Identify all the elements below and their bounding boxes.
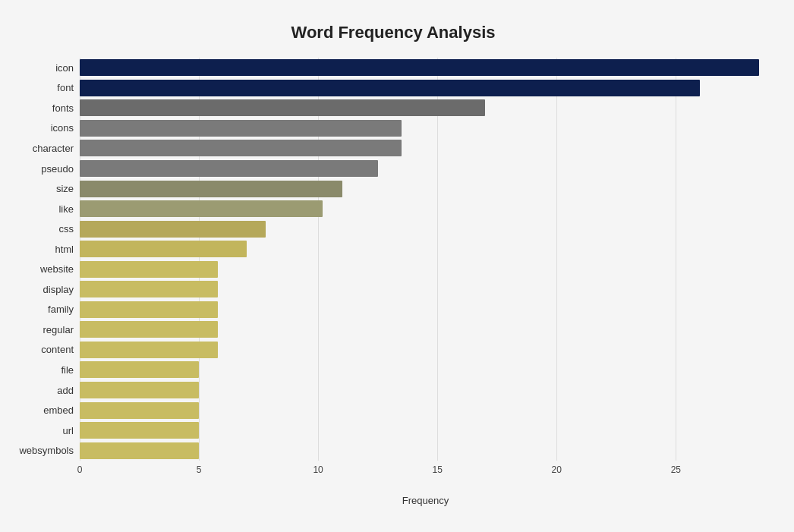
bar-row-size <box>80 180 771 198</box>
bar-file <box>80 361 199 378</box>
x-tick-25: 25 <box>671 464 681 475</box>
gridline-0 <box>80 58 80 461</box>
bar-font <box>80 80 700 96</box>
bar-row-file <box>80 360 771 379</box>
chart-container: Word Frequency Analysis iconfontfontsico… <box>0 0 794 532</box>
bar-pseudo <box>80 160 378 177</box>
y-label-website: website <box>40 260 74 279</box>
y-label-pseudo: pseudo <box>41 159 74 178</box>
bar-row-fonts <box>80 99 771 117</box>
bar-regular <box>80 321 218 338</box>
bar-row-regular <box>80 320 771 338</box>
bar-like <box>80 200 323 217</box>
x-tick-0: 0 <box>77 464 83 475</box>
bar-icons <box>80 120 402 137</box>
y-axis: iconfontfontsiconscharacterpseudosizelik… <box>15 58 80 483</box>
y-label-family: family <box>48 300 74 320</box>
y-label-file: file <box>61 360 74 379</box>
bar-row-icons <box>80 119 771 137</box>
bar-row-html <box>80 240 771 258</box>
bar-row-like <box>80 200 771 218</box>
gridline-5 <box>199 58 200 461</box>
bar-row-css <box>80 220 771 238</box>
bar-character <box>80 140 402 156</box>
y-label-icons: icons <box>51 118 74 138</box>
bar-row-content <box>80 341 771 359</box>
bar-url <box>80 422 199 439</box>
x-tick-20: 20 <box>552 464 562 475</box>
bar-display <box>80 281 218 297</box>
bar-row-pseudo <box>80 159 771 178</box>
x-tick-5: 5 <box>197 464 202 475</box>
bar-row-embed <box>80 401 771 420</box>
y-label-character: character <box>33 138 74 158</box>
bars-section <box>80 58 771 461</box>
bar-website <box>80 261 218 278</box>
y-label-icon: icon <box>55 58 74 77</box>
bar-add <box>80 382 199 398</box>
bar-row-icon <box>80 58 771 77</box>
plot-area: Frequency 0510152025 <box>80 58 771 483</box>
x-axis: Frequency 0510152025 <box>80 461 771 483</box>
y-label-content: content <box>41 340 74 360</box>
bar-css <box>80 221 266 238</box>
y-label-font: font <box>57 78 74 98</box>
x-tick-15: 15 <box>433 464 443 475</box>
x-tick-10: 10 <box>313 464 323 475</box>
bar-html <box>80 241 247 257</box>
bar-content <box>80 342 218 358</box>
y-label-regular: regular <box>43 320 74 339</box>
gridline-25 <box>676 58 676 461</box>
bar-row-website <box>80 260 771 279</box>
bar-fonts <box>80 99 485 116</box>
bar-row-websymbols <box>80 442 771 460</box>
y-label-like: like <box>58 199 74 219</box>
bar-row-add <box>80 381 771 399</box>
y-label-css: css <box>59 219 74 239</box>
gridline-20 <box>556 58 557 461</box>
bar-row-url <box>80 421 771 439</box>
y-label-fonts: fonts <box>52 98 74 118</box>
y-label-html: html <box>55 239 74 259</box>
bar-icon <box>80 59 759 76</box>
chart-title: Word Frequency Analysis <box>15 15 771 42</box>
bar-row-font <box>80 79 771 97</box>
bar-family <box>80 301 218 318</box>
bar-row-display <box>80 280 771 298</box>
y-label-size: size <box>56 179 74 199</box>
y-label-url: url <box>63 420 74 440</box>
y-label-embed: embed <box>43 401 74 420</box>
bar-row-character <box>80 139 771 157</box>
gridline-15 <box>437 58 438 461</box>
bar-embed <box>80 402 199 419</box>
chart-area: iconfontfontsiconscharacterpseudosizelik… <box>15 58 771 483</box>
x-axis-label: Frequency <box>402 495 449 506</box>
bar-websymbols <box>80 442 199 459</box>
y-label-websymbols: websymbols <box>19 441 74 461</box>
y-label-add: add <box>57 380 74 400</box>
bar-size <box>80 181 342 197</box>
gridline-10 <box>318 58 319 461</box>
bar-row-family <box>80 301 771 319</box>
y-label-display: display <box>43 279 74 299</box>
